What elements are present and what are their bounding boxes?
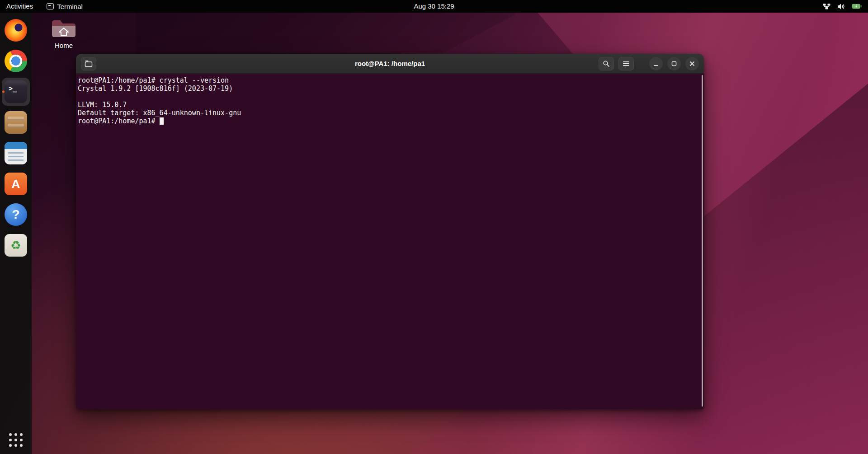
terminal-scrollbar[interactable] xyxy=(702,75,703,407)
terminal-titlebar[interactable]: root@PA1: /home/pa1 xyxy=(76,54,704,74)
menu-button[interactable] xyxy=(618,57,634,70)
terminal-line xyxy=(78,93,702,101)
window-title: root@PA1: /home/pa1 xyxy=(355,60,425,67)
terminal-app-icon xyxy=(47,3,54,9)
chrome-icon xyxy=(5,50,27,72)
clock[interactable]: Aug 30 15:29 xyxy=(409,0,458,13)
terminal-icon-glyph: >_ xyxy=(9,84,17,93)
dock-item-help[interactable]: ? xyxy=(2,201,30,229)
battery-icon[interactable] xyxy=(852,4,862,9)
dock-item-ubuntu-software[interactable]: A xyxy=(2,170,30,198)
desktop-icon-home[interactable]: Home xyxy=(46,18,81,49)
top-bar: Activities Terminal Aug 30 15:29 xyxy=(0,0,868,13)
desktop: Activities Terminal Aug 30 15:29 xyxy=(0,0,868,454)
minimize-icon xyxy=(653,61,659,67)
dock: >_ A ? ♻ xyxy=(0,13,32,454)
maximize-button[interactable] xyxy=(667,57,681,70)
activities-button[interactable]: Activities xyxy=(0,0,39,13)
volume-icon[interactable] xyxy=(837,3,845,10)
menu-icon xyxy=(623,61,630,67)
terminal-line: Default target: x86_64-unknown-linux-gnu xyxy=(78,109,702,117)
search-button[interactable] xyxy=(599,57,614,70)
system-tray[interactable] xyxy=(823,0,868,13)
minimize-button[interactable] xyxy=(649,57,663,70)
focused-app-menu[interactable]: Terminal xyxy=(47,0,83,13)
trash-icon: ♻ xyxy=(5,234,27,257)
terminal-cursor xyxy=(160,117,164,125)
maximize-icon xyxy=(671,61,677,67)
help-icon: ? xyxy=(5,203,27,226)
terminal-line: LLVM: 15.0.7 xyxy=(78,101,702,109)
files-icon xyxy=(5,111,27,134)
network-icon[interactable] xyxy=(823,3,830,10)
dock-item-libreoffice-writer[interactable] xyxy=(2,139,30,167)
help-glyph: ? xyxy=(12,207,19,222)
dock-item-chrome[interactable] xyxy=(2,47,30,75)
dock-item-terminal[interactable]: >_ xyxy=(2,78,30,106)
search-icon xyxy=(603,60,610,67)
ubuntu-software-icon: A xyxy=(5,173,27,195)
terminal-line: Crystal 1.9.2 [1908c816f] (2023-07-19) xyxy=(78,84,702,93)
terminal-prompt: root@PA1:/home/pa1# xyxy=(78,117,160,125)
ubuntu-software-glyph: A xyxy=(12,177,20,191)
new-tab-button[interactable] xyxy=(81,57,96,70)
focused-app-name: Terminal xyxy=(57,3,83,10)
window-controls xyxy=(599,57,699,70)
terminal-line: root@PA1:/home/pa1# crystal --version xyxy=(78,76,702,84)
terminal-screen[interactable]: root@PA1:/home/pa1# crystal --version Cr… xyxy=(76,74,704,409)
close-button[interactable] xyxy=(685,57,699,70)
dock-item-trash[interactable]: ♻ xyxy=(2,231,30,259)
firefox-icon xyxy=(5,19,27,42)
new-tab-icon xyxy=(85,60,93,67)
close-icon xyxy=(689,61,695,67)
home-folder-icon xyxy=(51,18,77,39)
terminal-prompt-line: root@PA1:/home/pa1# xyxy=(78,117,702,125)
trash-glyph: ♻ xyxy=(10,239,21,253)
dock-item-files[interactable] xyxy=(2,108,30,136)
desktop-icon-label: Home xyxy=(55,42,73,49)
terminal-icon: >_ xyxy=(5,80,27,103)
libreoffice-writer-icon xyxy=(5,142,27,164)
terminal-window: root@PA1: /home/pa1 xyxy=(76,54,704,409)
dock-item-firefox[interactable] xyxy=(2,16,30,44)
show-applications-button[interactable] xyxy=(9,433,23,447)
